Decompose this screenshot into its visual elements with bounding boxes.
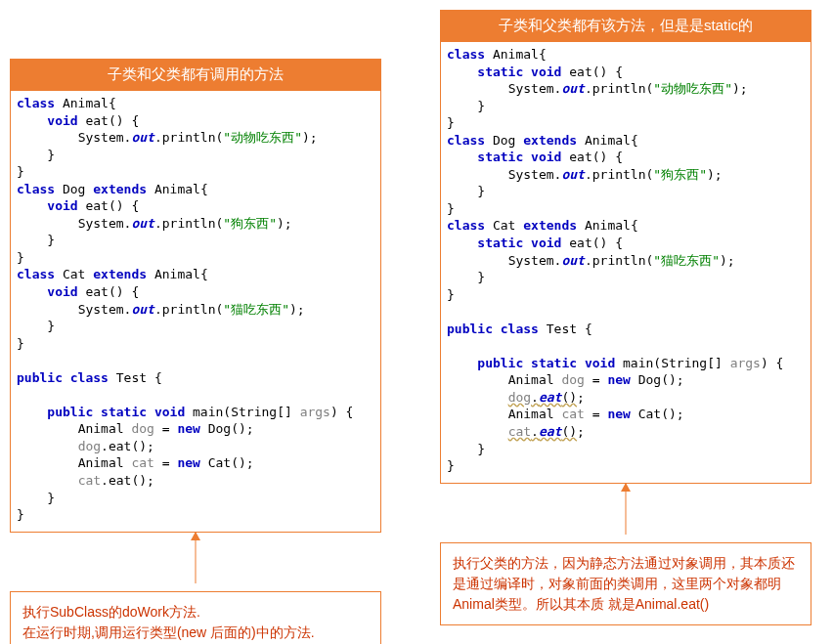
cls: Animal bbox=[154, 267, 200, 281]
kw: class bbox=[17, 182, 55, 196]
sys: System bbox=[78, 130, 124, 145]
out: out bbox=[131, 302, 153, 317]
cls: Animal bbox=[154, 182, 200, 196]
m: main bbox=[193, 405, 223, 419]
out: out bbox=[561, 167, 584, 182]
kw: void bbox=[531, 150, 561, 164]
kw: extends bbox=[93, 267, 147, 281]
sys: System bbox=[508, 81, 554, 96]
kw: static bbox=[531, 356, 577, 370]
t: Dog bbox=[208, 421, 231, 436]
right-title: 子类和父类都有该方法，但是是static的 bbox=[440, 10, 811, 42]
kw: static bbox=[477, 236, 523, 250]
kw: new bbox=[177, 455, 199, 470]
kw: class bbox=[447, 47, 485, 62]
v: cat bbox=[561, 407, 584, 421]
v: dog bbox=[561, 372, 584, 387]
kw: public bbox=[17, 370, 63, 385]
m: main bbox=[623, 356, 653, 370]
pl: println bbox=[162, 130, 216, 145]
out: out bbox=[131, 130, 153, 145]
v: cat bbox=[131, 455, 153, 470]
left-caption: 执行SubClass的doWork方法. 在运行时期,调用运行类型(new 后面… bbox=[10, 591, 381, 644]
warn-call: dog.eat() bbox=[508, 390, 577, 405]
kw: class bbox=[447, 218, 485, 233]
kw: new bbox=[607, 407, 630, 421]
pl: println bbox=[592, 81, 646, 96]
left-arrow bbox=[10, 533, 381, 591]
right-arrow bbox=[440, 484, 811, 542]
t: Animal bbox=[78, 455, 124, 470]
out: out bbox=[131, 216, 153, 231]
s: "狗东西" bbox=[653, 167, 707, 182]
t: Animal bbox=[78, 421, 124, 436]
v: cat bbox=[78, 473, 101, 488]
cls: Animal bbox=[585, 133, 631, 148]
kw: void bbox=[47, 284, 77, 299]
cls: Test bbox=[116, 370, 147, 385]
s: "动物吃东西" bbox=[223, 130, 302, 145]
t: Animal bbox=[508, 407, 554, 421]
right-code: class Animal{ static void eat() { System… bbox=[440, 42, 811, 484]
kw: static bbox=[477, 150, 523, 164]
kw: new bbox=[177, 421, 199, 436]
columns-container: 子类和父类都有调用的方法 class Animal{ void eat() { … bbox=[10, 10, 823, 644]
kw: void bbox=[531, 236, 561, 250]
kw: extends bbox=[93, 182, 147, 196]
warn-call: cat.eat() bbox=[508, 424, 577, 439]
cls: Cat bbox=[63, 267, 85, 281]
a: args bbox=[730, 356, 761, 370]
kw: class bbox=[17, 267, 55, 281]
t: String bbox=[231, 405, 277, 419]
kw: public bbox=[47, 405, 93, 419]
a: args bbox=[300, 405, 330, 419]
arrow-head-icon bbox=[191, 532, 200, 540]
pl: println bbox=[162, 302, 216, 317]
kw: class bbox=[70, 370, 109, 385]
kw: public bbox=[447, 322, 493, 336]
sys: System bbox=[78, 216, 124, 231]
m: eat bbox=[85, 198, 108, 213]
out: out bbox=[561, 81, 584, 96]
t: String bbox=[661, 356, 707, 370]
m: eat bbox=[109, 473, 131, 488]
left-column: 子类和父类都有调用的方法 class Animal{ void eat() { … bbox=[10, 59, 381, 644]
cls: Animal bbox=[493, 47, 539, 62]
cls: Dog bbox=[493, 133, 515, 148]
left-code: class Animal{ void eat() { System.out.pr… bbox=[10, 91, 381, 533]
v: dog bbox=[131, 421, 153, 436]
m: eat bbox=[569, 64, 592, 79]
right-column: 子类和父类都有该方法，但是是static的 class Animal{ stat… bbox=[440, 10, 811, 625]
pl: println bbox=[162, 216, 216, 231]
t: Cat bbox=[638, 407, 661, 421]
t: Animal bbox=[508, 372, 554, 387]
cls: Animal bbox=[585, 218, 631, 233]
left-title: 子类和父类都有调用的方法 bbox=[10, 59, 381, 91]
s: "狗东西" bbox=[223, 216, 277, 231]
cls: Dog bbox=[63, 182, 85, 196]
kw: class bbox=[17, 96, 55, 110]
m: eat bbox=[85, 113, 108, 128]
s: "猫吃东西" bbox=[223, 302, 289, 317]
arrow-head-icon bbox=[621, 483, 631, 492]
kw: class bbox=[501, 322, 539, 336]
kw: public bbox=[477, 356, 523, 370]
kw: extends bbox=[523, 133, 577, 148]
kw: static bbox=[477, 64, 523, 79]
kw: void bbox=[585, 356, 615, 370]
kw: new bbox=[607, 372, 630, 387]
pl: println bbox=[592, 167, 646, 182]
kw: void bbox=[47, 198, 77, 213]
cls: Test bbox=[547, 322, 577, 336]
s: "猫吃东西" bbox=[653, 253, 720, 268]
kw: static bbox=[101, 405, 147, 419]
out: out bbox=[561, 253, 584, 268]
cls: Cat bbox=[493, 218, 515, 233]
sys: System bbox=[78, 302, 124, 317]
t: Cat bbox=[208, 455, 231, 470]
m: eat bbox=[109, 439, 131, 453]
sys: System bbox=[508, 167, 554, 182]
right-caption: 执行父类的方法，因为静态方法通过对象调用，其本质还是通过编译时，对象前面的类调用… bbox=[440, 542, 811, 625]
m: eat bbox=[85, 284, 108, 299]
s: "动物吃东西" bbox=[653, 81, 732, 96]
